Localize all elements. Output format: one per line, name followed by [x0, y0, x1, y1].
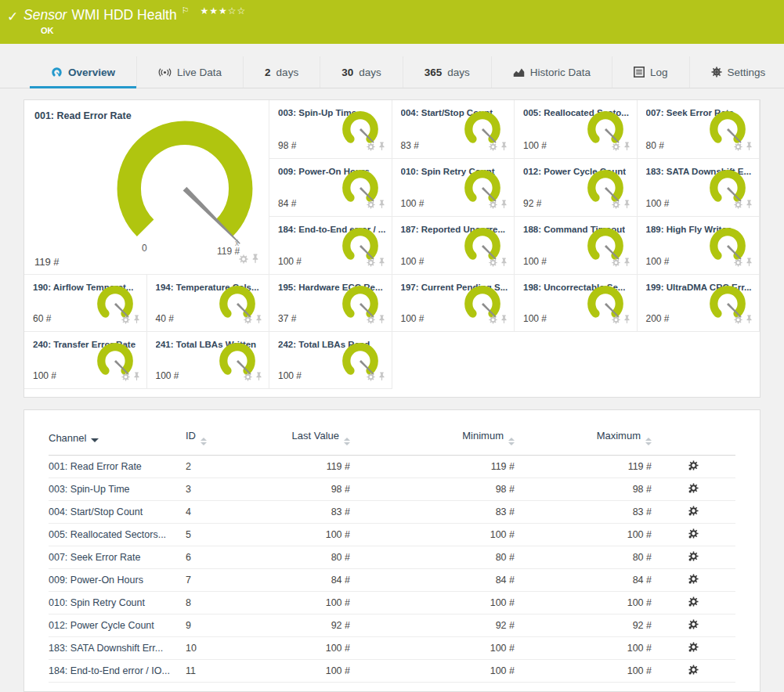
pin-icon[interactable]: [378, 256, 385, 270]
column-header-channel[interactable]: Channel: [49, 430, 186, 456]
edit-channel-gear-icon[interactable]: [652, 478, 735, 501]
edit-channel-gear-icon[interactable]: [652, 501, 735, 524]
gauge-tile[interactable]: 012: Power Cycle Count 92 #: [515, 159, 638, 217]
channel-settings-gear-icon[interactable]: [367, 370, 375, 384]
pin-icon[interactable]: [378, 140, 385, 154]
channel-settings-gear-icon[interactable]: [367, 313, 375, 327]
channel-row[interactable]: 001: Read Error Rate 2 119 # 119 # 119 #: [49, 456, 735, 478]
gauge-tile[interactable]: 190: Airflow Temperat... 60 #: [24, 275, 147, 332]
gauge-tile[interactable]: 005: Reallocated Secto... 100 #: [515, 100, 638, 159]
channel-settings-gear-icon[interactable]: [244, 370, 252, 384]
pin-icon[interactable]: [251, 253, 259, 267]
tab-365-days[interactable]: 365 days: [403, 56, 491, 88]
edit-channel-gear-icon[interactable]: [652, 569, 735, 592]
stars-empty[interactable]: ☆☆: [228, 5, 247, 16]
edit-channel-gear-icon[interactable]: [652, 456, 735, 478]
pin-icon[interactable]: [746, 256, 753, 270]
channel-row[interactable]: 005: Reallocated Sectors... 5 100 # 100 …: [49, 524, 735, 546]
channel-settings-gear-icon[interactable]: [489, 198, 497, 212]
gauge-tile[interactable]: 183: SATA Downshift E... 100 #: [638, 159, 761, 217]
tab-2-days[interactable]: 2 days: [243, 56, 320, 88]
tab-live-data[interactable]: Live Data: [136, 56, 243, 88]
channel-name-cell[interactable]: 183: SATA Downshift Err...: [49, 637, 186, 660]
pin-icon[interactable]: [746, 198, 753, 212]
gauge-tile[interactable]: 010: Spin Retry Count 100 #: [392, 159, 515, 217]
gauge-tile[interactable]: 198: Uncorrectable Se... 100 #: [515, 275, 638, 332]
gauge-tile[interactable]: 189: High Fly Writes 100 #: [638, 217, 761, 275]
channel-settings-gear-icon[interactable]: [239, 253, 248, 267]
tab-settings[interactable]: Settings: [689, 56, 784, 88]
gauge-tile[interactable]: 240: Transfer Error Rate 100 #: [24, 332, 147, 389]
channel-name-cell[interactable]: 010: Spin Retry Count: [49, 592, 186, 615]
gauge-tile[interactable]: 184: End-to-End error / ... 100 #: [269, 217, 392, 275]
gauge-tile[interactable]: 241: Total LBAs Written 100 #: [147, 332, 270, 389]
pin-icon[interactable]: [378, 313, 385, 327]
gauge-tile[interactable]: 197: Current Pending S... 100 #: [392, 275, 515, 332]
channel-row[interactable]: 012: Power Cycle Count 9 92 # 92 # 92 #: [49, 615, 735, 637]
gauge-tile[interactable]: 194: Temperature Cels... 40 #: [147, 275, 270, 332]
channel-row[interactable]: 003: Spin-Up Time 3 98 # 98 # 98 #: [49, 478, 735, 501]
channel-settings-gear-icon[interactable]: [367, 140, 375, 154]
channel-settings-gear-icon[interactable]: [734, 198, 742, 212]
channel-settings-gear-icon[interactable]: [367, 256, 375, 270]
gauge-tile[interactable]: 188: Command Timeout 100 #: [515, 217, 638, 275]
pin-icon[interactable]: [623, 198, 630, 212]
column-header-last-value[interactable]: Last Value: [264, 430, 350, 456]
channel-name-cell[interactable]: 005: Reallocated Sectors...: [49, 524, 186, 546]
channel-settings-gear-icon[interactable]: [367, 198, 375, 212]
column-header-maximum[interactable]: Maximum: [515, 430, 652, 456]
channel-settings-gear-icon[interactable]: [612, 140, 620, 154]
channel-row[interactable]: 183: SATA Downshift Err... 10 100 # 100 …: [49, 637, 735, 660]
edit-channel-gear-icon[interactable]: [652, 637, 735, 660]
priority-stars[interactable]: ★★★☆☆: [201, 5, 247, 16]
channel-name-cell[interactable]: 009: Power-On Hours: [49, 569, 186, 592]
channel-name-cell[interactable]: 004: Start/Stop Count: [49, 501, 186, 524]
channel-name-cell[interactable]: 007: Seek Error Rate: [49, 546, 186, 569]
column-header-id[interactable]: ID: [186, 430, 264, 456]
pin-icon[interactable]: [500, 313, 508, 327]
stars-filled[interactable]: ★★★: [201, 5, 228, 16]
pin-icon[interactable]: [133, 313, 140, 327]
gauge-tile[interactable]: 195: Hardware ECC Re... 37 #: [269, 275, 392, 332]
gauge-tile[interactable]: 242: Total LBAs Read 100 #: [269, 332, 392, 389]
channel-settings-gear-icon[interactable]: [489, 313, 497, 327]
channel-settings-gear-icon[interactable]: [734, 140, 742, 154]
channel-settings-gear-icon[interactable]: [244, 313, 252, 327]
channel-row[interactable]: 009: Power-On Hours 7 84 # 84 # 84 #: [49, 569, 735, 592]
edit-channel-gear-icon[interactable]: [652, 660, 735, 683]
channel-name-cell[interactable]: 003: Spin-Up Time: [49, 478, 186, 501]
channel-settings-gear-icon[interactable]: [489, 256, 497, 270]
gauge-tile[interactable]: 003: Spin-Up Time 98 #: [269, 100, 392, 159]
gauge-tile[interactable]: 187: Reported Uncorre... 100 #: [392, 217, 515, 275]
pin-icon[interactable]: [623, 256, 630, 270]
gauge-tile[interactable]: 009: Power-On Hours 84 #: [269, 159, 392, 217]
gauge-tile-read-error-rate[interactable]: 001: Read Error Rate 0 119 # x̄ 119 #: [24, 100, 269, 275]
pin-icon[interactable]: [623, 140, 630, 154]
pin-icon[interactable]: [500, 140, 508, 154]
channel-settings-gear-icon[interactable]: [734, 256, 742, 270]
pin-icon[interactable]: [255, 313, 262, 327]
channel-settings-gear-icon[interactable]: [734, 313, 742, 327]
gauge-tile[interactable]: 007: Seek Error Rate 80 #: [638, 100, 761, 159]
channel-settings-gear-icon[interactable]: [121, 370, 130, 384]
gauge-tile[interactable]: 004: Start/Stop Count 83 #: [392, 100, 515, 159]
pin-icon[interactable]: [133, 370, 140, 384]
pin-icon[interactable]: [746, 313, 753, 327]
pin-icon[interactable]: [378, 370, 385, 384]
edit-channel-gear-icon[interactable]: [652, 546, 735, 569]
pin-icon[interactable]: [500, 198, 508, 212]
channel-settings-gear-icon[interactable]: [612, 198, 620, 212]
pin-icon[interactable]: [255, 370, 262, 384]
gauge-tile[interactable]: 199: UltraDMA CRC Err... 200 #: [638, 275, 761, 332]
pin-icon[interactable]: [378, 198, 385, 212]
channel-row[interactable]: 184: End-to-End error / IO... 11 100 # 1…: [49, 660, 735, 683]
edit-channel-gear-icon[interactable]: [652, 592, 735, 615]
channel-settings-gear-icon[interactable]: [612, 256, 620, 270]
tab-log[interactable]: Log: [612, 56, 689, 88]
column-header-minimum[interactable]: Minimum: [350, 430, 515, 456]
channel-row[interactable]: 010: Spin Retry Count 8 100 # 100 # 100 …: [49, 592, 735, 615]
pin-icon[interactable]: [746, 140, 753, 154]
edit-channel-gear-icon[interactable]: [652, 524, 735, 546]
channel-name-cell[interactable]: 001: Read Error Rate: [49, 456, 186, 478]
edit-channel-gear-icon[interactable]: [652, 615, 735, 637]
